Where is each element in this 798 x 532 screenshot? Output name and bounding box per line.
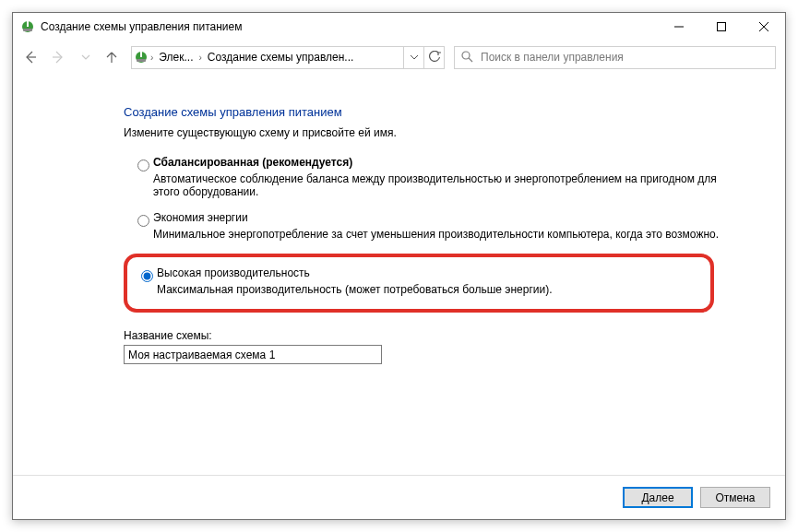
svg-point-12 bbox=[462, 52, 470, 59]
plan-option-high-performance[interactable]: Высокая производительность Максимальная … bbox=[137, 266, 701, 296]
plan-label: Сбалансированная (рекомендуется) bbox=[153, 156, 767, 169]
plan-description: Автоматическое соблюдение баланса между … bbox=[153, 172, 725, 198]
plan-description: Максимальная производительность (может п… bbox=[157, 283, 701, 296]
svg-rect-11 bbox=[137, 59, 146, 62]
search-icon bbox=[460, 50, 473, 65]
highlighted-option: Высокая производительность Максимальная … bbox=[124, 254, 714, 313]
svg-rect-1 bbox=[27, 21, 29, 27]
svg-rect-10 bbox=[140, 52, 142, 57]
svg-rect-2 bbox=[23, 29, 32, 31]
back-button[interactable] bbox=[18, 45, 42, 69]
address-bar[interactable]: › Элек... › Создание схемы управлен... bbox=[131, 46, 445, 69]
scheme-name-label: Название схемы: bbox=[124, 329, 767, 342]
plan-option-saver[interactable]: Экономия энергии Минимальное энергопотре… bbox=[133, 211, 767, 241]
scheme-name-input[interactable] bbox=[124, 345, 382, 364]
content-pane: Создание схемы управления питанием Измен… bbox=[13, 77, 785, 475]
refresh-button[interactable] bbox=[423, 47, 444, 68]
search-input[interactable] bbox=[479, 50, 769, 65]
chevron-right-icon: › bbox=[149, 53, 155, 63]
forward-button[interactable] bbox=[46, 45, 70, 69]
svg-rect-4 bbox=[718, 23, 726, 31]
cancel-button[interactable]: Отмена bbox=[700, 487, 770, 508]
radio-saver[interactable] bbox=[137, 215, 149, 227]
chevron-right-icon: › bbox=[197, 53, 204, 63]
address-dropdown-icon[interactable] bbox=[403, 47, 423, 68]
minimize-button[interactable] bbox=[658, 13, 700, 41]
search-box[interactable] bbox=[454, 46, 776, 69]
window-title: Создание схемы управления питанием bbox=[41, 20, 658, 33]
page-subtitle: Измените существующую схему и присвойте … bbox=[124, 126, 767, 139]
svg-line-13 bbox=[469, 58, 472, 62]
plan-option-balanced[interactable]: Сбалансированная (рекомендуется) Автомат… bbox=[133, 156, 767, 198]
page-title: Создание схемы управления питанием bbox=[124, 105, 767, 119]
plan-label: Экономия энергии bbox=[153, 211, 767, 224]
up-button[interactable] bbox=[101, 45, 122, 69]
breadcrumb-segment-1[interactable]: Элек... bbox=[155, 47, 197, 68]
radio-high-performance[interactable] bbox=[141, 270, 153, 282]
control-panel-icon bbox=[134, 50, 149, 65]
plan-label: Высокая производительность bbox=[157, 266, 701, 279]
recent-dropdown-icon[interactable] bbox=[74, 45, 98, 69]
footer-bar: Далее Отмена bbox=[13, 475, 785, 519]
navigation-bar: › Элек... › Создание схемы управлен... bbox=[13, 41, 785, 74]
close-button[interactable] bbox=[743, 13, 785, 41]
maximize-button[interactable] bbox=[700, 13, 743, 41]
titlebar: Создание схемы управления питанием bbox=[13, 13, 785, 41]
plan-description: Минимальное энергопотребление за счет ум… bbox=[153, 228, 725, 241]
power-options-icon bbox=[20, 19, 35, 34]
breadcrumb-segment-2[interactable]: Создание схемы управлен... bbox=[204, 47, 357, 68]
next-button[interactable]: Далее bbox=[623, 487, 693, 508]
radio-balanced[interactable] bbox=[137, 160, 149, 171]
